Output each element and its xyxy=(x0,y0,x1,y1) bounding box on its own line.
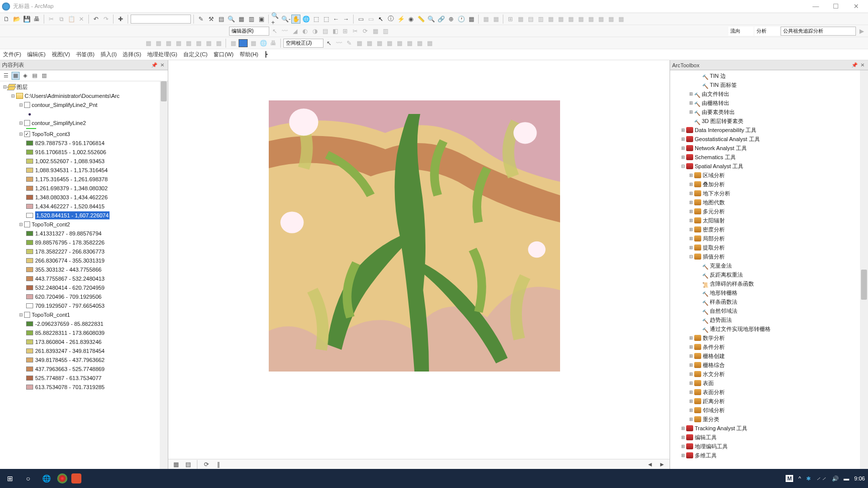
data-view-button[interactable]: ▦ xyxy=(171,460,180,469)
tbx-close[interactable]: ✕ xyxy=(859,62,866,68)
gr-12[interactable]: 🖶 xyxy=(269,39,278,48)
tray-chevron[interactable]: ^ xyxy=(798,475,801,481)
edit-6[interactable]: ◧ xyxy=(331,27,340,36)
tool-label[interactable]: 表面 xyxy=(703,379,714,387)
tool-label[interactable]: 密度分析 xyxy=(703,225,725,233)
tool-label[interactable]: 样条函数法 xyxy=(710,298,737,306)
maximize-button[interactable]: ☐ xyxy=(826,3,846,10)
next-extent-button[interactable]: → xyxy=(342,15,351,24)
class-swatch[interactable] xyxy=(26,330,33,335)
class-label[interactable]: 916.1706815 - 1,002.552606 xyxy=(35,148,106,156)
class-swatch[interactable] xyxy=(26,276,33,281)
menu-window[interactable]: 窗口(W) xyxy=(213,51,234,58)
tool-label[interactable]: 克里金法 xyxy=(710,262,732,270)
class-label[interactable]: 349.8178455 - 437.7963662 xyxy=(35,356,104,364)
save-button[interactable]: 💾 xyxy=(22,15,31,24)
menu-edit[interactable]: 编辑(E) xyxy=(27,51,46,58)
gr-8[interactable]: ▦ xyxy=(214,39,223,48)
tool-label[interactable]: 多元分析 xyxy=(703,207,725,215)
class-swatch[interactable] xyxy=(26,303,33,308)
class-swatch[interactable] xyxy=(26,376,33,381)
paste-button[interactable]: 📋 xyxy=(67,15,76,24)
zoom-out-button[interactable]: 🔍- xyxy=(281,15,290,24)
gr-color[interactable] xyxy=(239,39,248,48)
trace-go[interactable]: ▶ xyxy=(857,27,866,36)
tool-label[interactable]: 太阳辐射 xyxy=(703,216,725,224)
class-label[interactable]: 1,002.552607 - 1,088.93453 xyxy=(35,157,104,165)
class-label[interactable]: 85.88228311 - 173.8608039 xyxy=(35,329,104,337)
start-button[interactable]: ⊞ xyxy=(3,471,17,485)
gr-10[interactable]: ▦ xyxy=(249,39,258,48)
tool-label[interactable]: 栅格综合 xyxy=(703,361,725,369)
pause-button[interactable]: ‖ xyxy=(214,460,223,469)
identify-button[interactable]: ⓘ xyxy=(386,15,395,24)
layout-4[interactable]: ▦ xyxy=(566,15,575,24)
time-slider-button[interactable]: 🕐 xyxy=(457,15,466,24)
guid-button[interactable]: ▤ xyxy=(526,15,535,24)
select-features-button[interactable]: ▭ xyxy=(356,15,365,24)
tool-label[interactable]: 区域分析 xyxy=(703,171,725,179)
menu-view[interactable]: 视图(V) xyxy=(52,51,70,58)
refresh-button[interactable]: ⟳ xyxy=(202,460,211,469)
layer-name[interactable]: TopoToR_cont1 xyxy=(32,311,70,319)
class-label[interactable]: 89.88576795 - 178.3582226 xyxy=(35,238,104,247)
tool-label[interactable]: 通过文件实现地形转栅格 xyxy=(710,325,771,333)
edit-1[interactable]: 〰 xyxy=(280,27,289,36)
class-swatch[interactable] xyxy=(26,385,33,390)
tool-label[interactable]: 地形转栅格 xyxy=(710,289,737,297)
sp-3[interactable]: ▦ xyxy=(355,39,364,48)
tool-label[interactable]: 由要素类转出 xyxy=(702,108,735,116)
class-label[interactable]: 1,261.698379 - 1,348.080302 xyxy=(35,184,107,192)
layer-checkbox[interactable] xyxy=(24,102,30,108)
class-swatch[interactable] xyxy=(26,150,33,155)
layout-6[interactable]: ▦ xyxy=(586,15,595,24)
class-label[interactable]: 829.7887573 - 916.1706814 xyxy=(35,139,104,147)
layout-1[interactable]: ▥ xyxy=(536,15,545,24)
tool-label[interactable]: Network Analyst 工具 xyxy=(695,144,747,152)
sp-6[interactable]: ▦ xyxy=(385,39,394,48)
create-viewer-button[interactable]: ▦ xyxy=(467,15,476,24)
tool-label[interactable]: Tracking Analyst 工具 xyxy=(695,424,747,432)
class-swatch[interactable] xyxy=(26,258,33,263)
tray-input-icon[interactable]: M xyxy=(786,475,793,482)
tool-label[interactable]: 叠加分析 xyxy=(703,180,725,188)
tool-label[interactable]: 地下水分析 xyxy=(703,189,730,197)
class-swatch[interactable] xyxy=(26,348,33,353)
class-swatch[interactable] xyxy=(26,267,33,272)
cut-button[interactable]: ✂ xyxy=(47,15,56,24)
layer-checkbox[interactable]: ✓ xyxy=(24,131,30,137)
clear-selection-button[interactable]: ▭ xyxy=(366,15,375,24)
copy-button[interactable]: ⧉ xyxy=(57,15,66,24)
layer-name[interactable]: TopoToR_cont3 xyxy=(32,130,70,138)
html-popup-button[interactable]: ◉ xyxy=(406,15,415,24)
map-view[interactable]: ▦ ▤ ⟳ ‖ ◄ ► xyxy=(168,60,670,469)
gr-11[interactable]: 🌐 xyxy=(259,39,268,48)
layer-name[interactable]: contour_SimplifyLine2_Pnt xyxy=(32,101,97,109)
new-button[interactable]: 🗋 xyxy=(2,15,11,24)
tool-label[interactable]: 重分类 xyxy=(703,415,719,423)
tool-label[interactable]: 由文件转出 xyxy=(702,90,729,98)
class-swatch[interactable] xyxy=(26,204,33,209)
python-button[interactable]: ▦ xyxy=(237,15,246,24)
gr-7[interactable]: ▦ xyxy=(204,39,213,48)
task-app-2[interactable] xyxy=(57,473,67,483)
tool-label[interactable]: Geostatistical Analyst 工具 xyxy=(695,135,760,143)
fixed-zoom-out-button[interactable]: ⬚ xyxy=(321,15,331,24)
tool-label[interactable]: 反距离权重法 xyxy=(710,271,743,279)
class-swatch[interactable] xyxy=(26,321,33,326)
gr-9[interactable]: ▦ xyxy=(229,39,238,48)
class-swatch[interactable] xyxy=(26,294,33,299)
tray-sound-icon[interactable]: 🔊 xyxy=(832,475,839,482)
class-swatch[interactable] xyxy=(26,177,33,182)
class-label[interactable]: 532.2480414 - 620.7204959 xyxy=(35,284,104,292)
cortana-button[interactable]: ○ xyxy=(21,471,35,485)
sp-1[interactable]: 〰 xyxy=(335,39,344,48)
class-label[interactable]: 1.41331327 - 89.88576794 xyxy=(35,229,101,237)
sp-10[interactable]: ▦ xyxy=(425,39,434,48)
menu-extra-icon[interactable]: ┣ xyxy=(264,51,268,58)
toolbox-button[interactable]: ⚒ xyxy=(206,15,215,24)
class-swatch[interactable] xyxy=(26,231,33,236)
tool-label[interactable]: 提取分析 xyxy=(703,243,725,252)
extra-2[interactable]: ▦ xyxy=(491,15,500,24)
class-swatch[interactable] xyxy=(26,240,33,245)
